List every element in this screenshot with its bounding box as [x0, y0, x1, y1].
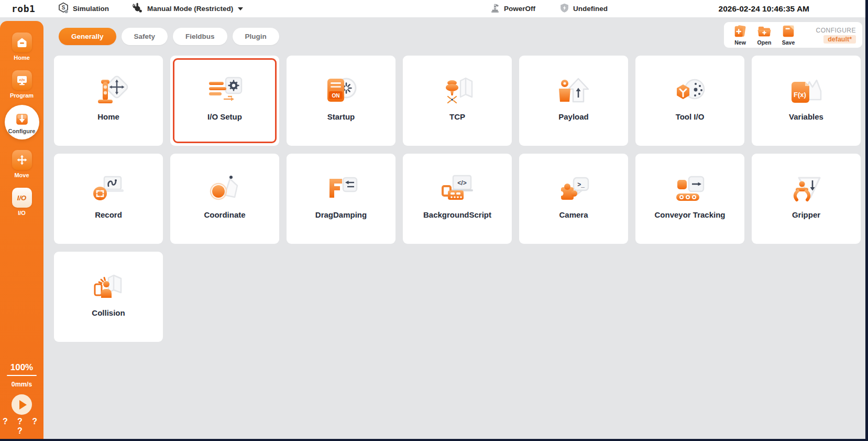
sidebar-label: Configure — [8, 128, 36, 134]
gripper-claw-icon — [786, 173, 826, 207]
svg-text:</>: </> — [19, 78, 25, 82]
new-file-icon — [732, 24, 748, 39]
card-label: Coordinate — [204, 210, 245, 219]
sidebar-label: Program — [10, 92, 34, 99]
tab-safety[interactable]: Safety — [122, 28, 168, 45]
card-label: DragDamping — [315, 210, 367, 219]
card-dragdamping[interactable]: DragDamping — [287, 154, 395, 244]
open-label: Open — [757, 39, 772, 46]
code-monitor-icon: </> — [12, 70, 32, 90]
open-button[interactable]: Open — [756, 24, 772, 46]
sidebar-item-program[interactable]: </> Program — [10, 70, 34, 99]
card-tcp[interactable]: TCP — [403, 56, 512, 146]
sidebar-label: Home — [14, 55, 30, 61]
collision-icon — [89, 271, 128, 305]
card-label: Record — [95, 210, 122, 219]
new-button[interactable]: New — [732, 24, 748, 46]
power-status[interactable]: PowerOff — [490, 0, 535, 17]
configure-cards-grid: Home — [54, 56, 861, 342]
card-backgroundscript[interactable]: </> BackgroundScript — [403, 154, 512, 244]
card-label: Conveyor Tracking — [654, 210, 725, 219]
svg-text:</>: </> — [457, 179, 466, 187]
move-arrows-icon — [12, 150, 32, 170]
save-button[interactable]: Save — [781, 24, 796, 46]
speed-value: 0mm/s — [0, 381, 43, 388]
home-robot-icon — [89, 74, 128, 109]
play-icon — [19, 400, 27, 410]
card-gripper[interactable]: Gripper — [752, 154, 861, 244]
conveyor-icon — [670, 173, 710, 207]
card-camera[interactable]: >_ Camera — [519, 154, 628, 244]
card-label: Tool I/O — [676, 112, 705, 121]
tab-plugin[interactable]: Plugin — [233, 28, 279, 45]
app-window: rob1 S Simulation Ma — [0, 0, 868, 441]
card-payload[interactable]: Payload — [519, 56, 628, 146]
tcp-pin-icon — [437, 74, 477, 109]
card-conveyor-tracking[interactable]: Conveyor Tracking — [635, 154, 744, 244]
app-logo: rob1 — [12, 0, 35, 17]
card-label: BackgroundScript — [423, 210, 491, 219]
configure-box-icon — [13, 110, 31, 128]
card-label: Collision — [92, 308, 125, 317]
desktop-edge-bottom — [0, 439, 868, 441]
simulation-indicator[interactable]: S Simulation — [58, 0, 109, 17]
card-coordinate[interactable]: Coordinate — [170, 154, 279, 244]
svg-text:F(x): F(x) — [794, 91, 806, 99]
record-trace-icon — [89, 173, 128, 207]
speed-percent[interactable]: 100% — [0, 362, 43, 373]
card-home[interactable]: Home — [54, 56, 163, 146]
hand-icon — [132, 2, 144, 15]
sidebar-item-configure[interactable]: Configure — [5, 105, 39, 139]
open-folder-icon — [756, 24, 772, 39]
coordinate-sphere-icon — [205, 173, 245, 207]
save-label: Save — [782, 39, 795, 46]
sidebar-item-home[interactable]: Home — [12, 33, 32, 61]
sidebar-item-io[interactable]: I/O I/O — [12, 188, 32, 216]
card-label: Payload — [558, 112, 589, 121]
card-startup[interactable]: ON Startup — [287, 56, 395, 146]
svg-text:>_: >_ — [577, 181, 585, 188]
card-label: Camera — [559, 210, 588, 219]
sidebar-label: I/O — [18, 210, 26, 216]
card-label: Gripper — [792, 210, 820, 219]
safety-status[interactable]: Undefined — [559, 0, 608, 17]
sidebar-label: Move — [14, 172, 29, 178]
card-tool-io[interactable]: Tool I/O — [635, 56, 744, 146]
card-variables[interactable]: F(x) Variables — [752, 56, 861, 146]
svg-text:S: S — [62, 5, 65, 10]
play-button[interactable] — [12, 394, 32, 415]
card-collision[interactable]: Collision — [54, 252, 163, 342]
mode-label: Manual Mode (Restricted) — [147, 5, 233, 13]
card-label: TCP — [449, 112, 465, 121]
card-record[interactable]: Record — [54, 154, 163, 244]
payload-weight-icon — [554, 74, 594, 109]
shield-icon — [559, 3, 569, 15]
io-tile-icon: I/O — [12, 188, 32, 208]
startup-icon: ON — [321, 74, 361, 109]
tab-fieldbus[interactable]: Fieldbus — [173, 28, 227, 45]
card-label: Startup — [327, 112, 355, 121]
save-file-icon — [781, 24, 796, 39]
backgroundscript-icon: </> — [437, 173, 477, 207]
content-area: Home </> Program — [0, 17, 865, 439]
card-label: Home — [97, 112, 119, 121]
current-config-name: default* — [823, 35, 856, 44]
sidebar-nav: Home </> Program — [0, 21, 43, 439]
dragdamping-f-icon — [321, 173, 361, 207]
robot-power-icon — [490, 3, 500, 15]
configure-status: CONFIGURE default* — [816, 27, 856, 44]
config-tabs: Generally Safety Fieldbus Plugin — [59, 28, 279, 45]
svg-text:ON: ON — [332, 93, 340, 99]
help-question-marks[interactable]: ? ? ? ? — [0, 417, 43, 436]
mode-selector[interactable]: Manual Mode (Restricted) — [132, 0, 243, 17]
sidebar-item-move[interactable]: Move — [12, 150, 32, 178]
simulation-hexagon-icon: S — [58, 2, 69, 15]
power-status-label: PowerOff — [504, 5, 535, 13]
home-icon — [12, 33, 32, 52]
safety-status-label: Undefined — [573, 5, 608, 13]
datetime-display: 2026-02-24 10:46:35 AM — [719, 0, 809, 17]
simulation-label: Simulation — [73, 5, 109, 13]
io-tile-text: I/O — [17, 194, 26, 202]
card-io-setup[interactable]: I/O Setup — [170, 56, 279, 146]
tab-generally[interactable]: Generally — [59, 28, 116, 45]
